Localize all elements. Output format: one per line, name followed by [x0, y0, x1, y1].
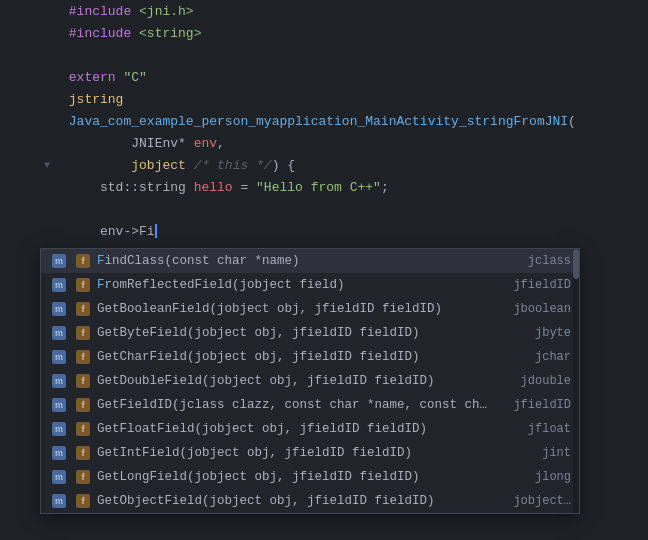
ac-item-getintfield[interactable]: m f GetIntField(jobject obj, jfieldID fi…	[41, 441, 579, 465]
field-icon: f	[76, 254, 90, 268]
ac-label-fromreflected: FromReflectedField(jobject field)	[97, 278, 501, 292]
method-icon-9: m	[52, 446, 66, 460]
env-arrow: env->Fi	[69, 224, 155, 239]
field-icon-10: f	[76, 470, 90, 484]
ac-icon2-getobjectfield: f	[73, 494, 93, 508]
ac-label-getbytefield: GetByteField(jobject obj, jfieldID field…	[97, 326, 501, 340]
method-icon-10: m	[52, 470, 66, 484]
ac-icon-getlongfield: m	[49, 470, 69, 484]
ac-icon-getintfield: m	[49, 446, 69, 460]
ac-type-getfloatfield: jfloat	[501, 422, 571, 436]
ac-icon2-findclass: f	[73, 254, 93, 268]
ac-type-getobjectfield: jobject…	[501, 494, 571, 508]
ac-label-getintfield: GetIntField(jobject obj, jfieldID fieldI…	[97, 446, 501, 460]
ac-type-getintfield: jint	[501, 446, 571, 460]
ac-icon-getdoublefield: m	[49, 374, 69, 388]
ac-item-getlongfield[interactable]: m f GetLongField(jobject obj, jfieldID f…	[41, 465, 579, 489]
code-editor: #include <jni.h> #include <string> exter…	[0, 0, 648, 540]
method-icon-11: m	[52, 494, 66, 508]
text-cursor	[155, 224, 157, 238]
ac-item-getobjectfield[interactable]: m f GetObjectField(jobject obj, jfieldID…	[41, 489, 579, 513]
ac-item-getbooleanfield[interactable]: m f GetBooleanField(jobject obj, jfieldI…	[41, 297, 579, 321]
ac-match-F2: F	[97, 278, 105, 292]
autocomplete-scrollbar[interactable]	[573, 249, 579, 513]
field-icon-9: f	[76, 446, 90, 460]
ac-icon2-getlongfield: f	[73, 470, 93, 484]
ac-item-findclass[interactable]: m f FindClass(const char *name) jclass	[41, 249, 579, 273]
ac-label-findclass: FindClass(const char *name)	[97, 254, 501, 268]
code-content-11: env->Fi	[22, 209, 648, 254]
semicolon: ;	[381, 180, 389, 195]
ac-type-findclass: jclass	[501, 254, 571, 268]
field-icon-11: f	[76, 494, 90, 508]
scrollbar-thumb[interactable]	[573, 249, 579, 279]
ac-label-getfloatfield: GetFloatField(jobject obj, jfieldID fiel…	[97, 422, 501, 436]
ac-rest-findclass: indClass(const char *name)	[105, 254, 300, 268]
ac-type-getbooleanfield: jboolean	[501, 302, 571, 316]
method-icon-6: m	[52, 374, 66, 388]
ac-item-getbytefield[interactable]: m f GetByteField(jobject obj, jfieldID f…	[41, 321, 579, 345]
ac-type-getfieldid: jfieldID	[501, 398, 571, 412]
ac-icon2-getfieldid: f	[73, 398, 93, 412]
ac-label-getcharfield: GetCharField(jobject obj, jfieldID field…	[97, 350, 501, 364]
ac-icon2-getdoublefield: f	[73, 374, 93, 388]
equals: =	[233, 180, 256, 195]
method-icon-3: m	[52, 302, 66, 316]
ac-item-getfieldid[interactable]: m f GetFieldID(jclass clazz, const char …	[41, 393, 579, 417]
field-icon-4: f	[76, 326, 90, 340]
code-line-9: std::string hello = "Hello from C++";	[0, 176, 648, 198]
ac-label-getdoublefield: GetDoubleField(jobject obj, jfieldID fie…	[97, 374, 501, 388]
ac-item-getcharfield[interactable]: m f GetCharField(jobject obj, jfieldID f…	[41, 345, 579, 369]
ac-icon-getobjectfield: m	[49, 494, 69, 508]
ac-icon-fromreflected: m	[49, 278, 69, 292]
ac-rest-fromreflected: romReflectedField(jobject field)	[105, 278, 345, 292]
ac-icon2-fromreflected: f	[73, 278, 93, 292]
ac-icon-getcharfield: m	[49, 350, 69, 364]
hello-var: hello	[194, 180, 233, 195]
hello-string: "Hello from C++"	[256, 180, 381, 195]
ac-item-fromreflected[interactable]: m f FromReflectedField(jobject field) jf…	[41, 273, 579, 297]
ac-item-getdoublefield[interactable]: m f GetDoubleField(jobject obj, jfieldID…	[41, 369, 579, 393]
field-icon-6: f	[76, 374, 90, 388]
code-line-11: env->Fi	[0, 220, 648, 242]
ac-icon-getfloatfield: m	[49, 422, 69, 436]
ac-icon2-getcharfield: f	[73, 350, 93, 364]
ac-icon2-getintfield: f	[73, 446, 93, 460]
ac-icon-getbooleanfield: m	[49, 302, 69, 316]
header-string: <string>	[139, 26, 201, 41]
ac-item-getfloatfield[interactable]: m f GetFloatField(jobject obj, jfieldID …	[41, 417, 579, 441]
keyword-include-2: #include	[69, 26, 139, 41]
ac-label-getlongfield: GetLongField(jobject obj, jfieldID field…	[97, 470, 501, 484]
ac-label-getobjectfield: GetObjectField(jobject obj, jfieldID fie…	[97, 494, 501, 508]
ac-icon-getbytefield: m	[49, 326, 69, 340]
ac-label-getfieldid: GetFieldID(jclass clazz, const char *nam…	[97, 398, 501, 412]
field-icon-8: f	[76, 422, 90, 436]
ac-icon-findclass: m	[49, 254, 69, 268]
ac-type-fromreflected: jfieldID	[501, 278, 571, 292]
ac-icon2-getbytefield: f	[73, 326, 93, 340]
indent-9: std::string	[69, 180, 194, 195]
ac-icon-getfieldid: m	[49, 398, 69, 412]
autocomplete-dropdown: m f FindClass(const char *name) jclass m…	[40, 248, 580, 514]
method-icon: m	[52, 254, 66, 268]
ac-type-getcharfield: jchar	[501, 350, 571, 364]
ac-type-getdoublefield: jdouble	[501, 374, 571, 388]
ac-icon2-getfloatfield: f	[73, 422, 93, 436]
method-icon-5: m	[52, 350, 66, 364]
ac-label-getbooleanfield: GetBooleanField(jobject obj, jfieldID fi…	[97, 302, 501, 316]
ac-icon2-getbooleanfield: f	[73, 302, 93, 316]
field-icon-7: f	[76, 398, 90, 412]
ac-type-getbytefield: jbyte	[501, 326, 571, 340]
field-icon-2: f	[76, 278, 90, 292]
method-icon-2: m	[52, 278, 66, 292]
field-icon-3: f	[76, 302, 90, 316]
method-icon-4: m	[52, 326, 66, 340]
field-icon-5: f	[76, 350, 90, 364]
method-icon-8: m	[52, 422, 66, 436]
method-icon-7: m	[52, 398, 66, 412]
ac-type-getlongfield: jlong	[501, 470, 571, 484]
code-line-2: #include <string>	[0, 22, 648, 44]
ac-match-F: F	[97, 254, 105, 268]
